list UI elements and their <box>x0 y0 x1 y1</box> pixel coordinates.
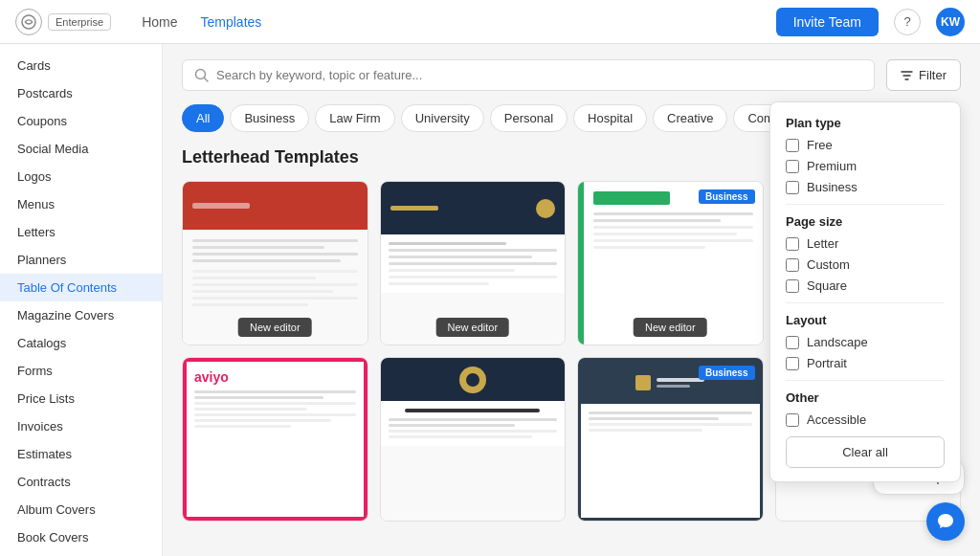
search-input[interactable] <box>216 68 862 82</box>
new-editor-label: New editor <box>238 318 312 337</box>
sidebar-item-estimates[interactable]: Estimates <box>0 440 162 468</box>
template-card[interactable] <box>380 357 567 522</box>
chat-bubble-button[interactable] <box>926 502 965 541</box>
avatar[interactable]: KW <box>936 8 965 36</box>
sidebar-item-coupons[interactable]: Coupons <box>0 107 162 135</box>
cat-tab-personal[interactable]: Personal <box>490 104 568 132</box>
cat-tab-creative[interactable]: Creative <box>653 104 727 132</box>
template-preview: aviyo <box>183 358 368 521</box>
sidebar-item-labels[interactable]: Labels <box>0 551 162 556</box>
nav-home[interactable]: Home <box>134 11 185 33</box>
template-card[interactable]: Business <box>577 357 764 522</box>
sidebar-item-table-of-contents[interactable]: Table Of Contents <box>0 274 162 301</box>
filter-button[interactable]: Filter <box>886 59 961 91</box>
filter-label-landscape: Landscape <box>807 335 868 349</box>
sidebar-item-postcards[interactable]: Postcards <box>0 79 162 107</box>
filter-option-portrait: Portrait <box>786 356 945 370</box>
filter-checkbox-letter[interactable] <box>786 237 799 251</box>
sidebar-item-letters[interactable]: Letters <box>0 218 162 246</box>
sidebar-item-menus[interactable]: Menus <box>0 190 162 218</box>
filter-option-accessible: Accessible <box>786 412 945 427</box>
template-preview: Business <box>578 358 763 521</box>
filter-option-landscape: Landscape <box>786 335 945 349</box>
filter-label-square: Square <box>807 278 847 293</box>
filter-page-size-title: Page size <box>786 214 945 229</box>
filter-checkbox-portrait[interactable] <box>786 357 799 370</box>
filter-checkbox-accessible[interactable] <box>786 413 799 427</box>
filter-label-premium: Premium <box>807 159 857 173</box>
filter-checkbox-landscape[interactable] <box>786 336 799 349</box>
filter-label-free: Free <box>807 138 833 152</box>
filter-other-title: Other <box>786 390 945 405</box>
nav-templates[interactable]: Templates <box>193 11 270 33</box>
filter-option-square: Square <box>786 278 945 293</box>
main-content: Filter All Business Law Firm University … <box>163 44 980 556</box>
sidebar-item-logos[interactable]: Logos <box>0 163 162 190</box>
clear-all-button[interactable]: Clear all <box>786 436 945 468</box>
sidebar-item-magazine-covers[interactable]: Magazine Covers <box>0 301 162 329</box>
filter-option-letter: Letter <box>786 236 945 251</box>
filter-divider-3 <box>786 380 945 381</box>
chat-icon <box>936 512 955 531</box>
template-card[interactable]: New editor <box>380 181 567 345</box>
enterprise-badge: Enterprise <box>48 13 111 31</box>
filter-divider-2 <box>786 302 945 303</box>
filter-label-portrait: Portrait <box>807 356 847 370</box>
filter-checkbox-square[interactable] <box>786 279 799 293</box>
cat-tab-university[interactable]: University <box>401 104 484 132</box>
svg-point-0 <box>22 15 35 29</box>
filter-option-premium: Premium <box>786 159 945 173</box>
sidebar-item-contracts[interactable]: Contracts <box>0 468 162 496</box>
sidebar: Cards Postcards Coupons Social Media Log… <box>0 44 163 556</box>
logo-icon[interactable] <box>15 9 42 35</box>
svg-line-2 <box>205 78 209 82</box>
sidebar-item-book-covers[interactable]: Book Covers <box>0 523 162 551</box>
help-button[interactable]: ? <box>894 9 921 35</box>
invite-team-button[interactable]: Invite Team <box>776 8 879 36</box>
template-card[interactable]: New editor <box>182 181 368 345</box>
filter-label-accessible: Accessible <box>807 412 866 427</box>
sidebar-item-forms[interactable]: Forms <box>0 357 162 385</box>
filter-option-custom: Custom <box>786 257 945 272</box>
top-navigation: Enterprise Home Templates Invite Team ? … <box>0 0 980 44</box>
cat-tab-law-firm[interactable]: Law Firm <box>315 104 394 132</box>
search-bar <box>182 59 875 91</box>
search-filter-row: Filter <box>182 59 961 91</box>
cat-tab-business[interactable]: Business <box>230 104 309 132</box>
new-editor-label: New editor <box>435 318 509 337</box>
filter-divider-1 <box>786 204 945 205</box>
template-badge: Business <box>699 366 754 380</box>
filter-option-business: Business <box>786 180 945 194</box>
search-icon <box>194 68 209 82</box>
filter-label-custom: Custom <box>807 257 850 272</box>
sidebar-item-planners[interactable]: Planners <box>0 246 162 274</box>
sidebar-item-cards[interactable]: Cards <box>0 52 162 79</box>
layout: Cards Postcards Coupons Social Media Log… <box>0 44 980 556</box>
sidebar-item-album-covers[interactable]: Album Covers <box>0 496 162 523</box>
filter-checkbox-custom[interactable] <box>786 258 799 272</box>
template-card[interactable]: Business New editor <box>577 181 764 345</box>
filter-layout-title: Layout <box>786 313 945 327</box>
sidebar-item-price-lists[interactable]: Price Lists <box>0 385 162 412</box>
nav-links: Home Templates <box>134 11 269 33</box>
filter-checkbox-business[interactable] <box>786 181 799 194</box>
template-badge: Business <box>699 189 754 204</box>
template-card[interactable]: aviyo <box>182 357 368 522</box>
filter-dropdown: Plan type Free Premium Business Page siz… <box>769 101 961 482</box>
sidebar-item-social-media[interactable]: Social Media <box>0 135 162 163</box>
cat-tab-hospital[interactable]: Hospital <box>573 104 647 132</box>
filter-option-free: Free <box>786 138 945 152</box>
new-editor-label: New editor <box>634 318 707 337</box>
filter-label-letter: Letter <box>807 236 838 251</box>
filter-icon <box>901 70 913 81</box>
filter-label-business: Business <box>807 180 858 194</box>
sidebar-item-catalogs[interactable]: Catalogs <box>0 329 162 357</box>
sidebar-item-invoices[interactable]: Invoices <box>0 412 162 440</box>
cat-tab-all[interactable]: All <box>182 104 224 132</box>
filter-checkbox-premium[interactable] <box>786 160 799 173</box>
filter-plan-type-title: Plan type <box>786 116 945 130</box>
template-preview <box>381 358 566 521</box>
logo-area: Enterprise <box>15 9 111 35</box>
filter-label: Filter <box>919 68 947 82</box>
filter-checkbox-free[interactable] <box>786 139 799 152</box>
